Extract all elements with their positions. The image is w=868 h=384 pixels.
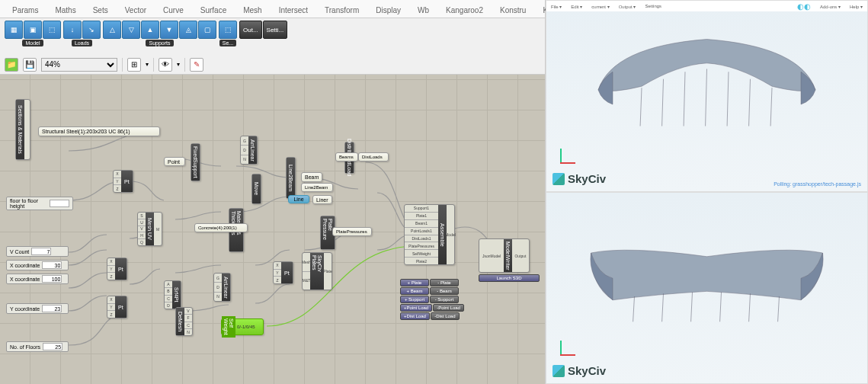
output-platepressures[interactable]: PlatePressures	[332, 227, 372, 236]
component-pt-2[interactable]: XYZPt	[107, 258, 127, 280]
save-button[interactable]: 💾	[23, 58, 37, 72]
btn-rem-pointload[interactable]: -Point Load	[433, 304, 464, 312]
tab-intersect[interactable]: Intersect	[271, 2, 315, 18]
tab-kangaroo2[interactable]: Kangaroo2	[438, 2, 491, 18]
component-meshuv[interactable]: SUVHQMesh UVM	[137, 212, 162, 246]
ribbon-settings-button[interactable]: Setti...	[263, 21, 288, 39]
input-beams[interactable]: Beams	[335, 152, 358, 162]
component-pt-3[interactable]: XYZPt	[107, 296, 127, 318]
status-polling: Polling: grasshopper/tech-passage.js	[774, 181, 861, 187]
open-button[interactable]: 📁	[5, 58, 18, 72]
launch-s3d-button[interactable]: Launch S3D	[479, 274, 540, 282]
btn-rem-beam[interactable]: - Beam	[430, 287, 459, 295]
menu-current[interactable]: current ▾	[590, 4, 610, 9]
component-modelwriter[interactable]: JsonModel ModelWriter Output	[479, 238, 530, 273]
btn-add-beam[interactable]: + Beam	[400, 287, 429, 295]
tab-transform[interactable]: Transform	[317, 2, 367, 18]
btn-add-support[interactable]: + Support	[400, 296, 429, 303]
menu-help[interactable]: Help ▾	[848, 4, 864, 9]
target-button[interactable]: ⊞	[127, 58, 141, 72]
slider-floor-height[interactable]: floor to floor height	[6, 197, 73, 210]
ribbon-sup6-icon[interactable]: ▢	[198, 21, 216, 39]
component-srf4pt[interactable]: ABCDSrf4Pt	[164, 280, 181, 309]
ribbon-load-icon[interactable]: ↘	[82, 21, 101, 39]
menu-addons[interactable]: Add-ons ▾	[818, 4, 842, 9]
tab-surface[interactable]: Surface	[193, 2, 234, 18]
canvas-toolbar: 📁 💾 44% ⊞ ▾ 👁 ▾ ✎	[0, 55, 545, 75]
menu-tabs: Params Maths Sets Vector Curve Surface M…	[0, 0, 545, 18]
output-liner[interactable]: Liner	[312, 195, 332, 204]
menu-output[interactable]: Output ▾	[617, 4, 638, 9]
component-demesh[interactable]: DeMeshVFCN	[175, 307, 193, 336]
ribbon-point-icon[interactable]: ▣	[24, 21, 42, 39]
ribbon-mesh-icon[interactable]: ⬚	[43, 21, 61, 39]
wires	[0, 75, 545, 384]
eye-button[interactable]: 👁	[159, 58, 172, 72]
output-beam[interactable]: Beam	[301, 172, 322, 182]
ribbon-sup5-icon[interactable]: ◬	[179, 21, 197, 39]
panel-concrete[interactable]: Concrete(4):200(1)	[194, 223, 248, 232]
grasshopper-canvas[interactable]: Sections & Materials Structural Steel(1)…	[0, 75, 545, 384]
slider-xcoord[interactable]: X coordinate	[6, 260, 69, 270]
dropdown-icon[interactable]: ▾	[177, 61, 180, 68]
btn-rem-distload[interactable]: -Dist Load	[431, 312, 460, 320]
slider-ycoord[interactable]: Y coordinate	[6, 303, 69, 314]
menu-settings[interactable]: Settings	[643, 4, 663, 8]
component-arrlinear-2[interactable]: GDNArrLinear	[213, 273, 231, 302]
output-line-blue[interactable]: Line	[288, 195, 309, 203]
component-skyciv-plates[interactable]: MeshM&TSkyCiv PlatesPlate	[302, 252, 332, 290]
output-distloads[interactable]: DistLoads	[358, 152, 389, 162]
component-arrlinear-1[interactable]: GDNArrLinear	[240, 136, 258, 165]
group-sections-materials[interactable]: Sections & Materials	[15, 99, 30, 160]
skyciv-viewer-bottom[interactable]: SkyCiv	[546, 192, 868, 384]
btn-add-pointload[interactable]: +Point Load	[400, 304, 432, 312]
tab-curve[interactable]: Curve	[155, 2, 191, 18]
ribbon-sup3-icon[interactable]: ▲	[141, 21, 159, 39]
svg-line-1	[662, 79, 664, 126]
menu-edit[interactable]: Edit ▾	[569, 4, 584, 9]
skyciv-logo: SkyCiv	[553, 172, 606, 185]
component-line2beam[interactable]: Line2Beam	[286, 157, 296, 199]
btn-add-distload[interactable]: +Dist Load	[400, 312, 430, 320]
tab-mesh[interactable]: Mesh	[235, 2, 269, 18]
btn-rem-support[interactable]: - Support	[430, 296, 459, 303]
tab-display[interactable]: Display	[368, 2, 408, 18]
tab-vector[interactable]: Vector	[117, 2, 154, 18]
ribbon-se-icon[interactable]: ⬚	[219, 21, 237, 39]
component-fixedsupport[interactable]: FixedSupport	[191, 143, 200, 181]
output-line2beam[interactable]: Line2Beam	[301, 183, 333, 192]
brush-button[interactable]: ✎	[190, 58, 203, 72]
tab-sets[interactable]: Sets	[85, 2, 116, 18]
launch-panel: Launch S3D	[479, 274, 540, 282]
component-selfweight[interactable]: Self Weight 0/-1/0/45	[221, 318, 264, 335]
component-assemble[interactable]: Support1Plate1Beam1PointLoads1DistLoads1…	[404, 204, 455, 265]
component-pt-4[interactable]: XYZPt	[273, 261, 293, 284]
ribbon-sup4-icon[interactable]: ▼	[160, 21, 178, 39]
slider-vcount[interactable]: V Count	[6, 246, 69, 257]
component-point[interactable]: Point	[164, 157, 185, 166]
tab-wb[interactable]: Wb	[410, 2, 437, 18]
component-move[interactable]: Move	[251, 174, 261, 204]
svg-line-7	[633, 296, 635, 322]
skyciv-viewer-top[interactable]: File ▾ Edit ▾ current ▾ Output ▾ Setting…	[546, 0, 868, 192]
ribbon-output-button[interactable]: Out...	[239, 21, 262, 39]
ribbon: ▦ ▣ ⬚ Model ↓ ↘ Loads △ ▽ ▲ ▼ ◬ ▢ Suppor…	[0, 18, 545, 55]
slider-xcoord2[interactable]: X coordinate	[6, 274, 69, 284]
ribbon-sup2-icon[interactable]: ▽	[122, 21, 140, 39]
panel-structural-steel[interactable]: Structural Steel(1):203x203 UC 86(1)	[38, 126, 160, 136]
svg-line-12	[778, 296, 780, 322]
tab-params[interactable]: Params	[5, 2, 46, 18]
ribbon-sup1-icon[interactable]: △	[103, 21, 121, 39]
btn-rem-plate[interactable]: - Plate	[430, 279, 459, 286]
tab-maths[interactable]: Maths	[47, 2, 83, 18]
ribbon-self-icon[interactable]: ↓	[63, 21, 82, 39]
zoom-select[interactable]: 44%	[41, 58, 117, 72]
dropdown-icon[interactable]: ▾	[146, 61, 149, 68]
menu-file[interactable]: File ▾	[549, 4, 563, 9]
component-pt-1[interactable]: XYZPt	[113, 170, 133, 193]
ribbon-line-icon[interactable]: ▦	[5, 21, 23, 39]
slider-nfloors[interactable]: No. of Floors	[6, 341, 69, 352]
axis-gizmo-icon	[560, 338, 578, 356]
tab-konstru[interactable]: Konstru	[492, 2, 533, 18]
btn-add-plate[interactable]: + Plate	[400, 279, 429, 286]
